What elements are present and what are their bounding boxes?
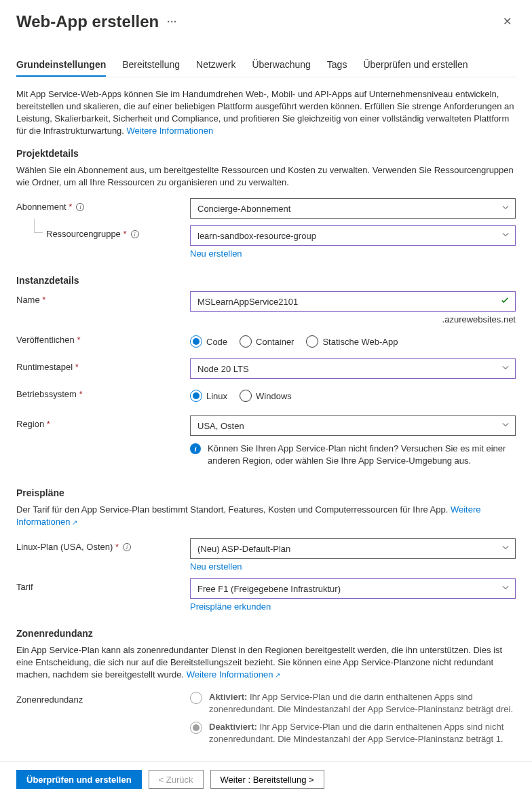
chevron-down-icon [501, 204, 510, 214]
runtime-select[interactable]: Node 20 LTS [190, 358, 516, 379]
chevron-down-icon [501, 231, 510, 241]
name-label: Name [16, 295, 45, 305]
project-title: Projektdetails [16, 148, 516, 159]
tab-network[interactable]: Netzwerk [196, 54, 235, 77]
info-icon[interactable]: i [76, 203, 84, 211]
info-icon: i [190, 443, 201, 454]
rg-new-link[interactable]: Neu erstellen [190, 248, 242, 259]
tab-monitoring[interactable]: Überwachung [252, 54, 310, 77]
chevron-down-icon [501, 584, 510, 594]
publish-container-radio[interactable]: Container [240, 335, 294, 348]
resourcegroup-select[interactable]: learn-sandbox-resource-group [190, 225, 516, 246]
os-linux-radio[interactable]: Linux [190, 390, 227, 402]
page-title: Web-App erstellen [16, 12, 159, 31]
info-icon[interactable]: i [123, 543, 131, 551]
subscription-label: Abonnement [16, 202, 72, 212]
plan-new-link[interactable]: Neu erstellen [190, 561, 242, 572]
zone-title: Zonenredundanz [16, 628, 516, 639]
tarif-explore-link[interactable]: Preispläne erkunden [190, 601, 271, 612]
publish-label: Veröffentlichen [16, 335, 80, 345]
back-button[interactable]: < Zurück [149, 770, 204, 789]
region-info: Können Sie Ihren App Service-Plan nicht … [208, 443, 516, 467]
zone-desc: Ein App Service-Plan kann als zonenredun… [16, 644, 516, 682]
next-button[interactable]: Weiter : Bereitstellung > [210, 770, 324, 789]
tab-basics[interactable]: Grundeinstellungen [16, 54, 106, 77]
zone-disabled-radio[interactable] [190, 722, 202, 734]
chevron-down-icon [501, 364, 510, 374]
tab-review[interactable]: Überprüfen und erstellen [363, 54, 468, 77]
tab-tags[interactable]: Tags [327, 54, 347, 77]
zone-link[interactable]: Weitere Informationen [187, 669, 280, 680]
plan-label: Linux-Plan (USA, Osten) [16, 542, 119, 552]
region-label: Region [16, 419, 50, 429]
pricing-desc: Der Tarif für den App Service-Plan besti… [16, 504, 516, 529]
intro-text: Mit App Service-Web-Apps können Sie im H… [16, 88, 516, 137]
instance-title: Instanzdetails [16, 275, 516, 286]
info-icon[interactable]: i [131, 230, 139, 238]
tarif-label: Tarif [16, 582, 33, 592]
zone-enabled-radio[interactable] [190, 692, 202, 704]
publish-code-radio[interactable]: Code [190, 335, 227, 348]
subscription-select[interactable]: Concierge-Abonnement [190, 198, 516, 219]
pricing-title: Preispläne [16, 487, 516, 498]
tab-bar: Grundeinstellungen Bereitstellung Netzwe… [16, 54, 516, 77]
region-select[interactable]: USA, Osten [190, 415, 516, 436]
publish-static-radio[interactable]: Statische Web-App [306, 335, 398, 348]
review-create-button[interactable]: Überprüfen und erstellen [16, 770, 142, 789]
chevron-down-icon [501, 421, 510, 431]
name-input[interactable]: MSLearnAppService2101 [190, 291, 516, 312]
zone-label: Zonenredundanz [16, 694, 83, 705]
check-icon [500, 296, 510, 308]
intro-link[interactable]: Weitere Informationen [127, 126, 214, 136]
runtime-label: Runtimestapel [16, 362, 79, 372]
more-icon[interactable]: ··· [167, 16, 177, 27]
zone-disabled-text: Deaktiviert: Ihr App Service-Plan und di… [209, 721, 516, 745]
name-suffix: .azurewebsites.net [190, 314, 516, 325]
tarif-select[interactable]: Free F1 (Freigegebene Infrastruktur) [190, 578, 516, 599]
chevron-down-icon [501, 544, 510, 554]
close-icon[interactable]: ✕ [499, 11, 516, 32]
os-windows-radio[interactable]: Windows [240, 390, 292, 402]
zone-enabled-text: Aktiviert: Ihr App Service-Plan und die … [209, 691, 516, 716]
plan-select[interactable]: (Neu) ASP-Default-Plan [190, 538, 516, 559]
os-label: Betriebssystem [16, 389, 83, 399]
project-desc: Wählen Sie ein Abonnement aus, um bereit… [16, 164, 516, 189]
resourcegroup-label: Ressourcengruppe [46, 229, 127, 239]
tab-deployment[interactable]: Bereitstellung [122, 54, 180, 77]
footer: Überprüfen und erstellen < Zurück Weiter… [0, 761, 532, 797]
